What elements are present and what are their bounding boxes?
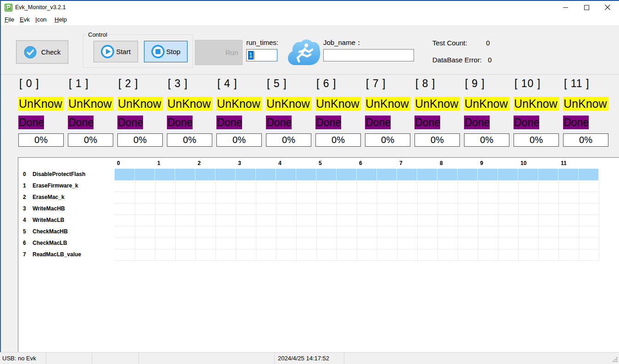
panel-stage-badge: Done bbox=[365, 116, 391, 129]
row-number: 3 bbox=[23, 203, 26, 215]
row-number: 5 bbox=[23, 226, 26, 237]
titlebar: P Evk_Monitor_v3.2.1 bbox=[1, 1, 619, 14]
app-window: P Evk_Monitor_v3.2.1 File Evk Icon Help … bbox=[0, 0, 619, 364]
panel-status-badge: UnKnow bbox=[68, 97, 113, 110]
grid-column-header: 4 bbox=[278, 160, 282, 166]
run-button[interactable]: Run bbox=[195, 40, 243, 65]
evk-panel: [ 5 ]UnKnowDone0% bbox=[266, 75, 315, 153]
panel-progress-box: 0% bbox=[117, 133, 163, 147]
grid-hline bbox=[115, 249, 599, 249]
row-name: CheckMacHB bbox=[33, 226, 68, 237]
job-name-input[interactable] bbox=[323, 49, 414, 61]
grid-hline bbox=[115, 226, 599, 226]
grid-vline bbox=[478, 180, 478, 260]
row-number: 6 bbox=[23, 237, 26, 249]
job-name-label: Job_name： bbox=[323, 39, 362, 47]
panel-progress-box: 0% bbox=[464, 133, 509, 147]
statusbar: USB: no Evk 2024/4/25 14:17:52 bbox=[0, 352, 619, 364]
menu-icon[interactable]: Icon bbox=[34, 15, 48, 24]
panel-progress-box: 0% bbox=[167, 133, 212, 147]
grid-vline bbox=[155, 180, 155, 260]
grid-vline bbox=[558, 180, 559, 260]
panel-status-badge: UnKnow bbox=[514, 97, 559, 110]
panel-status-badge: UnKnow bbox=[315, 97, 361, 110]
play-icon bbox=[101, 45, 114, 58]
task-grid: 012345678910110DisableProtectFlash1Erase… bbox=[18, 157, 619, 352]
grid-hline bbox=[115, 215, 599, 215]
panel-stage-badge: Done bbox=[216, 116, 242, 129]
evk-panel: [ 8 ]UnKnowDone0% bbox=[415, 75, 464, 153]
panel-stage-badge: Done bbox=[18, 116, 44, 129]
grid-vline bbox=[599, 180, 599, 260]
statusbar-divider bbox=[92, 353, 92, 364]
grid-vline bbox=[579, 180, 579, 260]
close-button[interactable] bbox=[597, 1, 618, 14]
start-button[interactable]: Start bbox=[94, 41, 138, 62]
grid-column-header: 1 bbox=[157, 160, 160, 166]
statusbar-divider bbox=[138, 353, 139, 364]
usb-status: USB: no Evk bbox=[2, 355, 36, 362]
panel-index-label: [ 8 ] bbox=[415, 77, 435, 90]
grid-column-header: 3 bbox=[238, 160, 241, 166]
panel-progress-box: 0% bbox=[266, 133, 311, 147]
resize-grip[interactable] bbox=[612, 356, 618, 363]
row-name: ReadMacLB_value bbox=[33, 249, 81, 260]
grid-hline bbox=[115, 203, 599, 204]
control-groupbox: Control Start Stop bbox=[83, 34, 193, 68]
filled-cells-band bbox=[115, 169, 599, 180]
minimize-icon bbox=[563, 5, 568, 10]
panel-index-label: [ 5 ] bbox=[267, 77, 287, 90]
panel-status-badge: UnKnow bbox=[266, 97, 311, 110]
grid-vline bbox=[498, 180, 498, 260]
test-count-value: 0 bbox=[486, 39, 490, 47]
grid-vline bbox=[195, 180, 196, 260]
row-name: DisableProtectFlash bbox=[33, 169, 85, 180]
panel-stage-badge: Done bbox=[68, 116, 94, 129]
grid-column-header: 9 bbox=[480, 160, 483, 166]
panel-index-label: [ 0 ] bbox=[19, 77, 39, 90]
stop-button[interactable]: Stop bbox=[144, 41, 188, 62]
menu-file[interactable]: File bbox=[4, 15, 15, 24]
row-number: 2 bbox=[23, 192, 26, 203]
menu-evk[interactable]: Evk bbox=[19, 15, 31, 24]
panel-stage-badge: Done bbox=[563, 116, 589, 129]
evk-panel: [ 9 ]UnKnowDone0% bbox=[464, 75, 514, 153]
toolbar: Check Control Start Stop Run run bbox=[1, 25, 619, 75]
grid-vline bbox=[397, 180, 398, 260]
panel-index-label: [ 11 ] bbox=[564, 77, 589, 90]
run-times-input[interactable]: 1 bbox=[246, 49, 277, 61]
panel-index-label: [ 10 ] bbox=[514, 77, 541, 90]
panel-index-label: [ 7 ] bbox=[366, 77, 386, 90]
test-count-label: Test Count: bbox=[432, 39, 467, 47]
evk-panel: [ 1 ]UnKnowDone0% bbox=[68, 75, 117, 153]
row-name: WriteMacLB bbox=[33, 215, 64, 226]
grid-vline bbox=[337, 180, 337, 260]
evk-panel: [ 11 ]UnKnowDone0% bbox=[563, 75, 613, 153]
grid-hline bbox=[115, 180, 599, 181]
evk-panel: [ 3 ]UnKnowDone0% bbox=[167, 75, 216, 153]
panel-status-badge: UnKnow bbox=[216, 97, 262, 110]
row-name: EraseFirmware_k bbox=[33, 180, 78, 192]
row-number: 4 bbox=[23, 215, 26, 226]
panel-status-badge: UnKnow bbox=[167, 97, 212, 110]
panel-stage-badge: Done bbox=[514, 116, 539, 129]
text-caret bbox=[254, 51, 254, 59]
grid-column-header: 5 bbox=[319, 160, 322, 166]
panel-index-label: [ 2 ] bbox=[118, 77, 138, 90]
menu-help[interactable]: Help bbox=[54, 15, 68, 24]
panel-index-label: [ 9 ] bbox=[465, 77, 485, 90]
maximize-button[interactable] bbox=[576, 1, 597, 14]
grid-column-header: 2 bbox=[198, 160, 201, 166]
grid-column-header: 7 bbox=[399, 160, 403, 166]
panel-status-badge: UnKnow bbox=[117, 97, 163, 110]
check-button[interactable]: Check bbox=[16, 40, 68, 64]
panel-stage-badge: Done bbox=[464, 116, 490, 129]
grid-vline bbox=[316, 180, 317, 260]
panel-status-badge: UnKnow bbox=[365, 97, 410, 110]
grid-column-header: 6 bbox=[359, 160, 362, 166]
panel-progress-box: 0% bbox=[315, 133, 361, 147]
panel-stage-badge: Done bbox=[315, 116, 341, 129]
statusbar-divider bbox=[344, 353, 344, 364]
grid-column-header: 10 bbox=[520, 160, 526, 166]
minimize-button[interactable] bbox=[555, 1, 576, 14]
